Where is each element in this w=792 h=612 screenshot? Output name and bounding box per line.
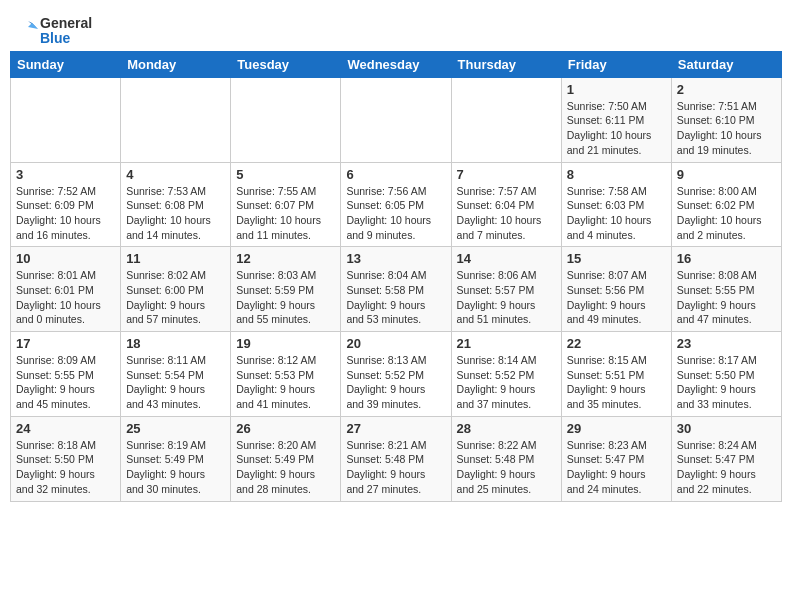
day-number: 1 — [567, 82, 666, 97]
day-info: Sunrise: 8:19 AM Sunset: 5:49 PM Dayligh… — [126, 438, 225, 497]
day-info: Sunrise: 8:06 AM Sunset: 5:57 PM Dayligh… — [457, 268, 556, 327]
day-info: Sunrise: 7:51 AM Sunset: 6:10 PM Dayligh… — [677, 99, 776, 158]
header-row: SundayMondayTuesdayWednesdayThursdayFrid… — [11, 51, 782, 77]
day-cell: 19Sunrise: 8:12 AM Sunset: 5:53 PM Dayli… — [231, 332, 341, 417]
day-cell: 28Sunrise: 8:22 AM Sunset: 5:48 PM Dayli… — [451, 416, 561, 501]
day-cell: 4Sunrise: 7:53 AM Sunset: 6:08 PM Daylig… — [121, 162, 231, 247]
day-info: Sunrise: 8:13 AM Sunset: 5:52 PM Dayligh… — [346, 353, 445, 412]
day-info: Sunrise: 8:04 AM Sunset: 5:58 PM Dayligh… — [346, 268, 445, 327]
day-number: 30 — [677, 421, 776, 436]
day-number: 27 — [346, 421, 445, 436]
column-header-saturday: Saturday — [671, 51, 781, 77]
day-number: 23 — [677, 336, 776, 351]
day-cell: 25Sunrise: 8:19 AM Sunset: 5:49 PM Dayli… — [121, 416, 231, 501]
day-cell: 17Sunrise: 8:09 AM Sunset: 5:55 PM Dayli… — [11, 332, 121, 417]
day-info: Sunrise: 8:03 AM Sunset: 5:59 PM Dayligh… — [236, 268, 335, 327]
column-header-thursday: Thursday — [451, 51, 561, 77]
column-header-friday: Friday — [561, 51, 671, 77]
day-number: 19 — [236, 336, 335, 351]
day-info: Sunrise: 8:15 AM Sunset: 5:51 PM Dayligh… — [567, 353, 666, 412]
day-cell — [451, 77, 561, 162]
day-cell: 30Sunrise: 8:24 AM Sunset: 5:47 PM Dayli… — [671, 416, 781, 501]
day-info: Sunrise: 8:23 AM Sunset: 5:47 PM Dayligh… — [567, 438, 666, 497]
day-cell: 5Sunrise: 7:55 AM Sunset: 6:07 PM Daylig… — [231, 162, 341, 247]
day-number: 6 — [346, 167, 445, 182]
day-number: 4 — [126, 167, 225, 182]
day-info: Sunrise: 8:24 AM Sunset: 5:47 PM Dayligh… — [677, 438, 776, 497]
day-number: 25 — [126, 421, 225, 436]
day-cell: 2Sunrise: 7:51 AM Sunset: 6:10 PM Daylig… — [671, 77, 781, 162]
day-number: 7 — [457, 167, 556, 182]
calendar-table: SundayMondayTuesdayWednesdayThursdayFrid… — [10, 51, 782, 502]
logo-bird-icon — [10, 17, 38, 45]
week-row-5: 24Sunrise: 8:18 AM Sunset: 5:50 PM Dayli… — [11, 416, 782, 501]
day-number: 28 — [457, 421, 556, 436]
day-cell: 16Sunrise: 8:08 AM Sunset: 5:55 PM Dayli… — [671, 247, 781, 332]
week-row-2: 3Sunrise: 7:52 AM Sunset: 6:09 PM Daylig… — [11, 162, 782, 247]
day-number: 16 — [677, 251, 776, 266]
week-row-3: 10Sunrise: 8:01 AM Sunset: 6:01 PM Dayli… — [11, 247, 782, 332]
day-info: Sunrise: 8:00 AM Sunset: 6:02 PM Dayligh… — [677, 184, 776, 243]
day-number: 11 — [126, 251, 225, 266]
logo-container: General Blue — [10, 16, 92, 47]
day-info: Sunrise: 7:57 AM Sunset: 6:04 PM Dayligh… — [457, 184, 556, 243]
day-cell: 27Sunrise: 8:21 AM Sunset: 5:48 PM Dayli… — [341, 416, 451, 501]
day-info: Sunrise: 8:11 AM Sunset: 5:54 PM Dayligh… — [126, 353, 225, 412]
day-number: 5 — [236, 167, 335, 182]
day-cell: 9Sunrise: 8:00 AM Sunset: 6:02 PM Daylig… — [671, 162, 781, 247]
day-cell: 20Sunrise: 8:13 AM Sunset: 5:52 PM Dayli… — [341, 332, 451, 417]
day-number: 13 — [346, 251, 445, 266]
day-info: Sunrise: 8:20 AM Sunset: 5:49 PM Dayligh… — [236, 438, 335, 497]
day-info: Sunrise: 8:21 AM Sunset: 5:48 PM Dayligh… — [346, 438, 445, 497]
day-cell: 24Sunrise: 8:18 AM Sunset: 5:50 PM Dayli… — [11, 416, 121, 501]
day-number: 17 — [16, 336, 115, 351]
day-number: 18 — [126, 336, 225, 351]
day-number: 29 — [567, 421, 666, 436]
day-cell — [231, 77, 341, 162]
day-cell: 14Sunrise: 8:06 AM Sunset: 5:57 PM Dayli… — [451, 247, 561, 332]
day-cell: 1Sunrise: 7:50 AM Sunset: 6:11 PM Daylig… — [561, 77, 671, 162]
day-info: Sunrise: 8:01 AM Sunset: 6:01 PM Dayligh… — [16, 268, 115, 327]
day-cell: 18Sunrise: 8:11 AM Sunset: 5:54 PM Dayli… — [121, 332, 231, 417]
day-info: Sunrise: 7:53 AM Sunset: 6:08 PM Dayligh… — [126, 184, 225, 243]
day-info: Sunrise: 7:56 AM Sunset: 6:05 PM Dayligh… — [346, 184, 445, 243]
header: General Blue — [10, 10, 782, 47]
day-cell: 26Sunrise: 8:20 AM Sunset: 5:49 PM Dayli… — [231, 416, 341, 501]
day-info: Sunrise: 7:50 AM Sunset: 6:11 PM Dayligh… — [567, 99, 666, 158]
day-info: Sunrise: 8:22 AM Sunset: 5:48 PM Dayligh… — [457, 438, 556, 497]
day-info: Sunrise: 8:08 AM Sunset: 5:55 PM Dayligh… — [677, 268, 776, 327]
day-info: Sunrise: 8:12 AM Sunset: 5:53 PM Dayligh… — [236, 353, 335, 412]
day-number: 2 — [677, 82, 776, 97]
day-info: Sunrise: 7:58 AM Sunset: 6:03 PM Dayligh… — [567, 184, 666, 243]
week-row-4: 17Sunrise: 8:09 AM Sunset: 5:55 PM Dayli… — [11, 332, 782, 417]
day-number: 22 — [567, 336, 666, 351]
day-info: Sunrise: 8:14 AM Sunset: 5:52 PM Dayligh… — [457, 353, 556, 412]
day-cell: 29Sunrise: 8:23 AM Sunset: 5:47 PM Dayli… — [561, 416, 671, 501]
day-number: 15 — [567, 251, 666, 266]
day-info: Sunrise: 8:02 AM Sunset: 6:00 PM Dayligh… — [126, 268, 225, 327]
day-info: Sunrise: 7:52 AM Sunset: 6:09 PM Dayligh… — [16, 184, 115, 243]
day-number: 20 — [346, 336, 445, 351]
day-number: 3 — [16, 167, 115, 182]
day-info: Sunrise: 8:18 AM Sunset: 5:50 PM Dayligh… — [16, 438, 115, 497]
day-cell: 21Sunrise: 8:14 AM Sunset: 5:52 PM Dayli… — [451, 332, 561, 417]
day-cell — [11, 77, 121, 162]
day-cell: 3Sunrise: 7:52 AM Sunset: 6:09 PM Daylig… — [11, 162, 121, 247]
day-number: 24 — [16, 421, 115, 436]
day-number: 8 — [567, 167, 666, 182]
day-cell: 13Sunrise: 8:04 AM Sunset: 5:58 PM Dayli… — [341, 247, 451, 332]
day-number: 12 — [236, 251, 335, 266]
svg-marker-1 — [28, 23, 38, 29]
day-cell: 11Sunrise: 8:02 AM Sunset: 6:00 PM Dayli… — [121, 247, 231, 332]
day-cell: 6Sunrise: 7:56 AM Sunset: 6:05 PM Daylig… — [341, 162, 451, 247]
logo: General Blue — [10, 16, 92, 47]
day-number: 10 — [16, 251, 115, 266]
day-cell: 10Sunrise: 8:01 AM Sunset: 6:01 PM Dayli… — [11, 247, 121, 332]
day-number: 14 — [457, 251, 556, 266]
day-number: 21 — [457, 336, 556, 351]
day-cell: 23Sunrise: 8:17 AM Sunset: 5:50 PM Dayli… — [671, 332, 781, 417]
column-header-monday: Monday — [121, 51, 231, 77]
day-number: 26 — [236, 421, 335, 436]
logo-text: General Blue — [40, 16, 92, 47]
day-cell — [121, 77, 231, 162]
